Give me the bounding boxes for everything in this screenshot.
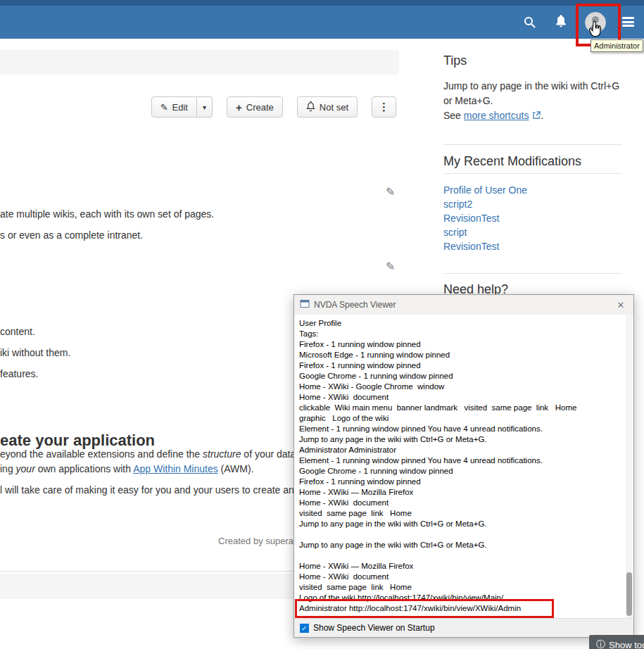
edit-split-button: ✎ Edit ▾ — [151, 96, 213, 118]
paragraph-text: l will take care of making it easy for y… — [0, 484, 294, 496]
speech-line: User Profile — [299, 318, 621, 329]
paragraph-text: (AWM). — [218, 463, 254, 474]
user-avatar[interactable] — [585, 12, 606, 33]
speech-line: Home - XWiki - Google Chrome window — [299, 382, 621, 392]
content-text-line: content. — [0, 326, 35, 337]
nvda-speech-viewer-window: NVDA Speech Viewer ✕ User ProfileTags:Fi… — [293, 294, 634, 638]
create-button-label: Create — [246, 102, 274, 113]
paragraph-text-em: your — [16, 463, 35, 474]
sidebar-divider — [443, 144, 622, 145]
speech-line: Home - XWiki document — [299, 572, 621, 582]
paragraph-text: own applications with — [35, 463, 133, 474]
content-text-line: s or even as a complete intranet. — [0, 229, 143, 241]
content-text-line: ate multiple wikis, each with its own se… — [0, 208, 214, 220]
speech-line: Home - XWiki — Mozilla Firefox — [299, 561, 621, 572]
notifications-bell-icon[interactable] — [555, 15, 567, 30]
edit-dropdown-button[interactable]: ▾ — [197, 96, 213, 118]
speech-line: Google Chrome - 1 running window pinned — [299, 371, 621, 382]
paragraph-text: eyond the available extensions and defin… — [0, 448, 203, 460]
top-navbar — [0, 6, 644, 39]
speech-line: Firefox - 1 running window pinned — [299, 339, 621, 350]
bell-outline-icon — [306, 101, 315, 114]
speech-line: graphic Logo of the wiki — [299, 413, 621, 424]
tips-line: See — [443, 110, 464, 121]
tips-line: . — [541, 110, 543, 121]
speech-line: Element - 1 running window pinned You ha… — [299, 424, 621, 434]
section-edit-pencil-icon[interactable]: ✎ — [386, 185, 395, 199]
speech-log: User ProfileTags:Firefox - 1 running win… — [294, 315, 633, 619]
speech-line — [299, 550, 621, 561]
scrollbar-thumb[interactable] — [626, 572, 632, 616]
section-heading: eate your application — [0, 431, 155, 450]
page-root: Administrator ✎ Edit ▾ + Create — [0, 0, 644, 649]
recent-modification-link[interactable]: Profile of User One — [443, 183, 527, 197]
speech-line: Tags: — [299, 329, 621, 339]
speech-line: Jump to any page in the wiki with Ctrl+G… — [299, 519, 621, 529]
speech-line: Administrator Administrator — [299, 445, 621, 455]
content-text-line: features. — [0, 368, 38, 379]
plus-icon: + — [236, 101, 242, 113]
external-link-icon — [529, 110, 541, 121]
speech-line: Google Chrome - 1 running window pinned — [299, 466, 621, 477]
paragraph-text: of your data — [241, 448, 296, 460]
speech-line: Microsoft Edge - 1 running window pinned — [299, 350, 621, 360]
show-tour-label: Show tour — [609, 640, 644, 649]
section-edit-pencil-icon[interactable]: ✎ — [386, 260, 395, 273]
app-within-minutes-link[interactable]: App Within Minutes — [133, 463, 218, 474]
speech-line: visited same page link Home — [299, 582, 621, 593]
avatar-tooltip: Administrator — [591, 39, 643, 52]
recent-modifications-title: My Recent Modifications — [443, 154, 581, 169]
info-icon: ⓘ — [596, 638, 605, 649]
nvda-title-bar[interactable]: NVDA Speech Viewer ✕ — [294, 295, 633, 315]
speech-line: Home - XWiki — Mozilla Firefox — [299, 487, 621, 498]
speech-line: Element - 1 running window pinned You ha… — [299, 455, 621, 466]
more-shortcuts-link[interactable]: more shortcuts — [464, 110, 529, 121]
nvda-icon — [300, 299, 310, 310]
search-icon[interactable] — [524, 16, 536, 31]
chevron-down-icon: ▾ — [203, 103, 206, 111]
speech-line: Logo of the wiki http://localhost:1747/x… — [299, 593, 621, 603]
watch-status-label: Not set — [320, 102, 348, 113]
recent-modification-link[interactable]: RevisionTest — [443, 239, 527, 253]
created-by-text: Created by supera — [0, 536, 293, 546]
more-actions-button[interactable]: ⋮ — [372, 96, 396, 118]
page-header-bar — [0, 50, 399, 75]
speech-line: Jump to any page in the wiki with Ctrl+G… — [299, 434, 621, 445]
kebab-icon: ⋮ — [379, 101, 389, 113]
show-tour-button[interactable]: ⓘ Show tour — [589, 635, 644, 649]
recent-modifications-list: Profile of User Onescript2RevisionTestsc… — [443, 183, 527, 253]
startup-checkbox-label: Show Speech Viewer on Startup — [313, 623, 435, 633]
speech-log-scrollbar[interactable] — [626, 315, 633, 618]
speech-line: Firefox - 1 running window pinned — [299, 360, 621, 371]
nvda-window-title: NVDA Speech Viewer — [314, 300, 396, 310]
speech-line — [299, 529, 621, 540]
speech-line: Jump to any page in the wiki with Ctrl+G… — [299, 540, 621, 550]
speech-line: Home - XWiki document — [299, 498, 621, 508]
recent-modification-link[interactable]: script — [443, 225, 527, 239]
speech-line: clickable Wiki main menu banner landmark… — [299, 403, 621, 413]
speech-line: Administrator http://localhost:1747/xwik… — [299, 603, 621, 614]
tips-text: Jump to any page in the wiki with Ctrl+G… — [443, 79, 625, 123]
tips-panel-title: Tips — [443, 53, 467, 68]
page-toolbar: ✎ Edit ▾ + Create Not set ⋮ — [0, 96, 396, 118]
close-icon[interactable]: ✕ — [608, 295, 633, 315]
window-top-edge — [0, 0, 644, 6]
create-button[interactable]: + Create — [227, 96, 283, 118]
recent-modification-link[interactable]: RevisionTest — [443, 211, 527, 225]
speech-line: Firefox - 1 running window pinned — [299, 477, 621, 487]
tips-line: Jump to any page in the wiki with Ctrl+G… — [443, 80, 619, 106]
paragraph-text-em: structure — [203, 448, 241, 460]
speech-line: visited same page link Home — [299, 508, 621, 519]
watch-status-button[interactable]: Not set — [297, 96, 358, 118]
edit-button-label: Edit — [172, 102, 188, 113]
sidebar-divider — [443, 273, 622, 274]
speech-line: Home - XWiki document — [299, 392, 621, 403]
pencil-icon: ✎ — [160, 102, 168, 113]
startup-checkbox[interactable]: ✓ — [300, 624, 309, 633]
edit-button[interactable]: ✎ Edit — [151, 96, 197, 118]
recent-modification-link[interactable]: script2 — [443, 197, 527, 211]
content-text-line: iki without them. — [0, 347, 70, 358]
nvda-footer-bar: ✓ Show Speech Viewer on Startup — [294, 618, 633, 637]
sidebar-divider — [443, 173, 622, 174]
hamburger-menu-icon[interactable] — [622, 17, 634, 29]
